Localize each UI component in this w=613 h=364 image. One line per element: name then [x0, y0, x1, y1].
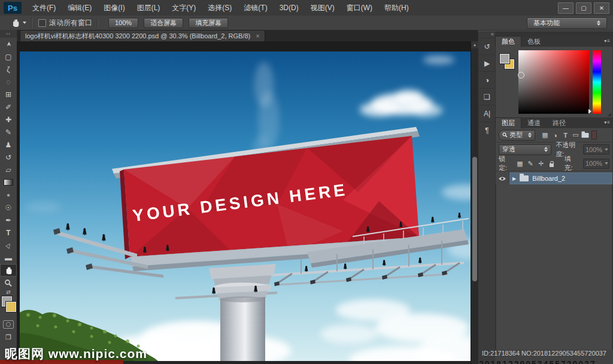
- close-button[interactable]: ✕: [594, 2, 609, 14]
- menu-layer[interactable]: 图层(L): [131, 0, 166, 16]
- crop-tool[interactable]: ⊞: [0, 88, 17, 101]
- spin-arrows-icon: [528, 132, 532, 138]
- filter-group-icon[interactable]: [582, 133, 589, 138]
- eraser-tool[interactable]: ▱: [0, 163, 17, 176]
- canvas-area[interactable]: YOUR DESIGN HERE: [17, 41, 471, 364]
- history-panel-button[interactable]: ↺: [478, 38, 496, 54]
- hand-tool-preset[interactable]: [11, 18, 26, 28]
- zoom-100-button[interactable]: 100%: [108, 18, 138, 28]
- paragraph-panel-button[interactable]: ¶: [478, 122, 496, 138]
- expand-group-icon[interactable]: ▶: [512, 176, 516, 181]
- visibility-well[interactable]: [496, 172, 509, 184]
- hue-slider-marker[interactable]: [588, 109, 591, 114]
- menu-view[interactable]: 视图(V): [305, 0, 341, 16]
- lock-transparency-icon[interactable]: ▦: [516, 160, 524, 168]
- menu-edit[interactable]: 编辑(E): [62, 0, 98, 16]
- lasso-tool[interactable]: ζ: [0, 63, 17, 75]
- panel-menu-icon[interactable]: ▾≡: [604, 38, 611, 44]
- blur-tool[interactable]: ●: [0, 189, 17, 201]
- fill-screen-button[interactable]: 填充屏幕: [189, 18, 228, 28]
- lock-position-icon[interactable]: ✛: [537, 160, 545, 168]
- healing-brush-tool[interactable]: ✚: [0, 113, 17, 126]
- screen-mode-button[interactable]: ❐: [0, 333, 17, 341]
- separator: [97, 17, 98, 28]
- panel-dock: « ↺ ▶ ◑ ❏ A| ¶: [478, 31, 496, 364]
- tab-channels[interactable]: 通道: [521, 118, 547, 128]
- zoom-tool[interactable]: [0, 277, 17, 289]
- maximize-button[interactable]: ▢: [576, 2, 591, 14]
- color-cursor[interactable]: [518, 72, 524, 78]
- character-panel-button[interactable]: A|: [478, 105, 496, 122]
- filter-toggle[interactable]: [591, 131, 597, 139]
- tools-collapse-button[interactable]: ››: [0, 30, 17, 38]
- scroll-up-icon[interactable]: ▲: [471, 41, 478, 48]
- menu-type[interactable]: 文字(Y): [166, 0, 202, 16]
- menu-select[interactable]: 选择(S): [202, 0, 238, 16]
- shape-icon: ▬: [5, 254, 12, 262]
- dock-expand-button[interactable]: «: [478, 31, 496, 38]
- type-tool[interactable]: T: [0, 226, 17, 239]
- document-tab[interactable]: logo样机vi样机标志样机40300 3200 2200.psd @ 30.3…: [20, 30, 265, 41]
- tab-color[interactable]: 颜色: [495, 36, 521, 47]
- hand-icon: [4, 266, 13, 275]
- fit-screen-button[interactable]: 适合屏幕: [144, 18, 183, 28]
- menu-file[interactable]: 文件(F): [26, 0, 62, 16]
- brush-tool[interactable]: ✎: [0, 126, 17, 138]
- panel-menu-icon[interactable]: ▾≡: [604, 120, 611, 125]
- filter-type-dropdown[interactable]: 类型: [499, 130, 535, 141]
- pen-icon: ✒: [5, 216, 11, 225]
- menu-image[interactable]: 图像(I): [98, 0, 131, 16]
- filter-adjustment-icon[interactable]: ◑: [550, 132, 560, 139]
- quick-selection-tool[interactable]: ◌: [0, 75, 17, 88]
- dodge-tool[interactable]: ☉: [0, 201, 17, 214]
- document-image[interactable]: YOUR DESIGN HERE: [20, 51, 471, 364]
- clone-stamp-tool[interactable]: ♟: [0, 138, 17, 151]
- resize-grip-icon[interactable]: ◢: [608, 111, 611, 117]
- minimize-button[interactable]: —: [558, 2, 573, 14]
- tab-close-icon[interactable]: ×: [256, 32, 259, 40]
- vertical-scrollbar[interactable]: ▲: [471, 41, 478, 364]
- filter-shape-icon[interactable]: ▭: [570, 131, 581, 139]
- opacity-field[interactable]: 100%: [583, 144, 609, 154]
- eyedropper-tool[interactable]: ✐: [0, 101, 17, 113]
- layer-row[interactable]: ▶ Billboard_2: [496, 172, 612, 184]
- scrollbar-thumb[interactable]: [472, 157, 477, 281]
- blend-mode-dropdown[interactable]: 穿透: [499, 144, 551, 155]
- styles-panel-button[interactable]: ❏: [478, 88, 496, 105]
- menu-help[interactable]: 帮助(H): [378, 0, 415, 16]
- foreground-color-swatch[interactable]: [500, 54, 509, 63]
- marquee-tool[interactable]: ▢: [0, 50, 17, 63]
- actions-panel-button[interactable]: ▶: [478, 54, 496, 71]
- move-tool[interactable]: ➤: [0, 38, 17, 50]
- menu-window[interactable]: 窗口(W): [341, 0, 378, 16]
- history-brush-tool[interactable]: ↺: [0, 151, 17, 163]
- hue-slider[interactable]: [593, 50, 601, 114]
- menu-filter[interactable]: 滤镜(T): [238, 0, 273, 16]
- color-field[interactable]: [518, 50, 589, 114]
- tab-paths[interactable]: 路径: [547, 118, 572, 128]
- window-controls: — ▢ ✕: [558, 2, 609, 14]
- background-color-swatch[interactable]: [6, 302, 16, 312]
- lock-row: 锁定: ▦ ✎ ✛ 填充: 100%: [496, 156, 612, 171]
- tab-swatches[interactable]: 色板: [521, 37, 547, 47]
- filter-type-layers-icon[interactable]: T: [560, 132, 570, 139]
- tab-layers[interactable]: 图层: [495, 117, 521, 128]
- hand-tool[interactable]: [0, 264, 17, 277]
- pen-tool[interactable]: ✒: [0, 214, 17, 226]
- path-selection-tool[interactable]: ▷: [0, 239, 17, 251]
- lock-all-icon[interactable]: [550, 163, 554, 167]
- adjustments-panel-button[interactable]: ◑: [478, 71, 496, 88]
- lock-pixels-icon[interactable]: ✎: [526, 160, 535, 168]
- shape-tool[interactable]: ▬: [0, 251, 17, 264]
- selected-layer[interactable]: ▶ Billboard_2: [509, 172, 612, 184]
- quick-mask-button[interactable]: [3, 320, 14, 329]
- fill-field[interactable]: 100%: [583, 159, 609, 169]
- menu-3d[interactable]: 3D(D): [274, 0, 305, 16]
- filter-pixel-icon[interactable]: ▦: [540, 131, 550, 139]
- swap-colors-icon[interactable]: ⇄: [0, 289, 17, 296]
- gradient-tool[interactable]: [0, 176, 17, 189]
- scroll-all-windows-checkbox[interactable]: [38, 19, 46, 27]
- workspace-switcher[interactable]: 基本功能: [527, 17, 607, 29]
- layer-filter-row: 类型 ▦ ◑ T ▭: [496, 128, 612, 142]
- hand-icon: [11, 18, 20, 28]
